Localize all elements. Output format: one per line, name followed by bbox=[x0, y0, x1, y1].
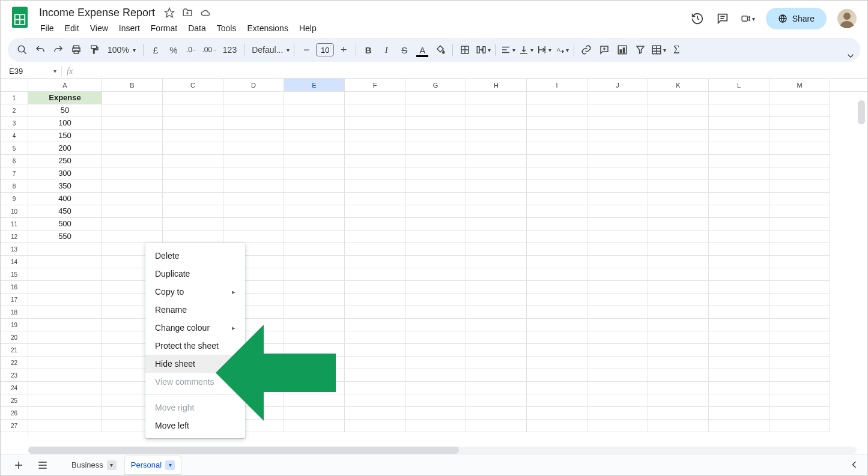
cell[interactable] bbox=[345, 268, 405, 281]
cell[interactable] bbox=[284, 294, 345, 306]
cell[interactable] bbox=[28, 394, 102, 407]
cell[interactable] bbox=[28, 268, 102, 281]
cell[interactable] bbox=[345, 256, 405, 268]
cell[interactable]: 200 bbox=[28, 142, 102, 155]
cell[interactable] bbox=[405, 230, 466, 243]
cell[interactable] bbox=[709, 319, 769, 331]
cell[interactable] bbox=[709, 142, 769, 155]
menu-tools[interactable]: Tools bbox=[212, 21, 241, 35]
row-header[interactable]: 22 bbox=[1, 357, 28, 369]
context-menu-rename[interactable]: Rename bbox=[145, 301, 245, 319]
cell[interactable] bbox=[345, 319, 405, 331]
cell[interactable] bbox=[587, 130, 648, 142]
cell[interactable] bbox=[709, 407, 769, 420]
cell[interactable] bbox=[466, 167, 527, 180]
row-header[interactable]: 8 bbox=[1, 180, 28, 193]
cell[interactable]: 300 bbox=[28, 167, 102, 180]
menu-data[interactable]: Data bbox=[183, 21, 211, 35]
cell[interactable] bbox=[405, 319, 466, 331]
cell[interactable]: 550 bbox=[28, 230, 102, 243]
font-size-input[interactable]: 10 bbox=[316, 43, 334, 56]
cell[interactable] bbox=[223, 193, 284, 205]
cell[interactable] bbox=[587, 394, 648, 407]
horizontal-align-button[interactable]: ▾ bbox=[499, 41, 516, 58]
vertical-scrollbar[interactable] bbox=[858, 100, 866, 447]
cell[interactable] bbox=[163, 104, 223, 117]
cell[interactable] bbox=[345, 218, 405, 230]
cell[interactable] bbox=[648, 420, 709, 432]
cell[interactable] bbox=[284, 268, 345, 281]
row-header[interactable]: 4 bbox=[1, 130, 28, 142]
cell[interactable] bbox=[405, 281, 466, 294]
cell[interactable] bbox=[284, 180, 345, 193]
cell[interactable]: 150 bbox=[28, 130, 102, 142]
cell[interactable] bbox=[345, 142, 405, 155]
context-menu-duplicate[interactable]: Duplicate bbox=[145, 265, 245, 283]
row-header[interactable]: 10 bbox=[1, 205, 28, 218]
cell[interactable] bbox=[405, 394, 466, 407]
cell[interactable] bbox=[466, 104, 527, 117]
cell[interactable] bbox=[28, 407, 102, 420]
cell[interactable] bbox=[527, 319, 587, 331]
cell[interactable] bbox=[28, 420, 102, 432]
cell[interactable] bbox=[587, 357, 648, 369]
cell[interactable] bbox=[769, 394, 830, 407]
cell[interactable] bbox=[648, 382, 709, 394]
context-menu-copy-to[interactable]: Copy to▸ bbox=[145, 283, 245, 301]
menu-extensions[interactable]: Extensions bbox=[242, 21, 293, 35]
cell[interactable] bbox=[28, 369, 102, 382]
cell[interactable] bbox=[527, 256, 587, 268]
cell[interactable] bbox=[405, 155, 466, 167]
menu-edit[interactable]: Edit bbox=[60, 21, 84, 35]
cell[interactable] bbox=[223, 117, 284, 130]
cell[interactable] bbox=[527, 420, 587, 432]
cell[interactable] bbox=[163, 155, 223, 167]
cell[interactable] bbox=[709, 369, 769, 382]
cell[interactable] bbox=[223, 230, 284, 243]
italic-button[interactable]: I bbox=[378, 41, 395, 58]
cell[interactable] bbox=[587, 167, 648, 180]
cell[interactable] bbox=[345, 180, 405, 193]
zoom-dropdown[interactable]: 100%▾ bbox=[104, 41, 139, 58]
cell[interactable] bbox=[648, 155, 709, 167]
cell[interactable] bbox=[648, 130, 709, 142]
cell[interactable] bbox=[345, 205, 405, 218]
cell[interactable] bbox=[527, 281, 587, 294]
cell[interactable] bbox=[587, 117, 648, 130]
cell[interactable] bbox=[163, 142, 223, 155]
column-header[interactable]: G bbox=[405, 79, 466, 91]
cell[interactable] bbox=[587, 331, 648, 344]
cell[interactable] bbox=[466, 218, 527, 230]
cell[interactable] bbox=[587, 193, 648, 205]
column-header[interactable]: J bbox=[587, 79, 648, 91]
cell[interactable] bbox=[769, 193, 830, 205]
cell[interactable]: 350 bbox=[28, 180, 102, 193]
move-icon[interactable] bbox=[181, 7, 193, 19]
cell[interactable] bbox=[405, 180, 466, 193]
cell[interactable] bbox=[102, 205, 163, 218]
cell[interactable] bbox=[709, 92, 769, 104]
cell[interactable] bbox=[405, 142, 466, 155]
cell[interactable] bbox=[345, 294, 405, 306]
cell[interactable] bbox=[466, 205, 527, 218]
cell[interactable] bbox=[587, 369, 648, 382]
cell[interactable] bbox=[709, 167, 769, 180]
cell[interactable] bbox=[709, 104, 769, 117]
column-header[interactable]: D bbox=[223, 79, 284, 91]
cell[interactable]: 50 bbox=[28, 104, 102, 117]
vertical-align-button[interactable]: ▾ bbox=[517, 41, 534, 58]
row-header[interactable]: 13 bbox=[1, 243, 28, 256]
cell[interactable] bbox=[466, 230, 527, 243]
functions-button[interactable]: Σ bbox=[668, 41, 685, 58]
cell[interactable] bbox=[284, 193, 345, 205]
sheet-tab-business[interactable]: Business▾ bbox=[65, 456, 123, 474]
cell[interactable] bbox=[466, 294, 527, 306]
cell[interactable] bbox=[405, 243, 466, 256]
cell[interactable] bbox=[102, 180, 163, 193]
menu-help[interactable]: Help bbox=[294, 21, 321, 35]
cell[interactable] bbox=[345, 420, 405, 432]
cell[interactable] bbox=[709, 268, 769, 281]
cell[interactable] bbox=[527, 155, 587, 167]
cell[interactable] bbox=[223, 218, 284, 230]
cell[interactable] bbox=[405, 92, 466, 104]
